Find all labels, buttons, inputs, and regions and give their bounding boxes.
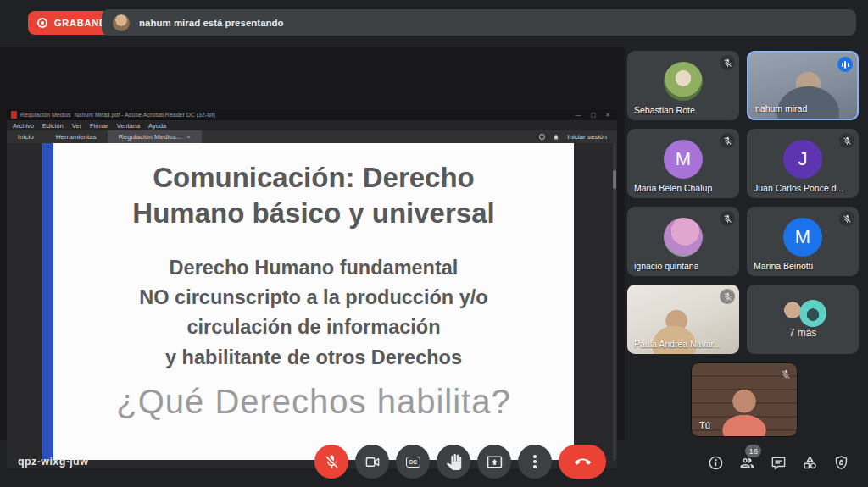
participant-grid: Sebastian Rote nahum mirad M Maria Belén… — [627, 51, 859, 354]
avatar: M — [664, 140, 703, 179]
slide-body-line: circulación de información — [53, 313, 574, 342]
menu-edicion[interactable]: Edición — [42, 122, 64, 130]
slide-body-line: NO circunscripto a la producción y/o — [53, 283, 574, 313]
overflow-count-label: 7 más — [747, 327, 859, 339]
slide-body-line: Derecho Humano fundamental — [53, 253, 574, 283]
tab-document-label: Regulación Medios... — [119, 133, 182, 141]
participant-tile-maria[interactable]: M Maria Belén Chalup — [627, 129, 739, 198]
participant-name: Sebastian Rote — [634, 105, 695, 115]
presenter-avatar — [113, 14, 130, 31]
menu-ayuda[interactable]: Ayuda — [148, 122, 166, 130]
present-icon — [487, 454, 503, 470]
participant-tile-overflow[interactable]: 7 más — [747, 285, 859, 354]
mic-off-icon — [781, 368, 793, 379]
tab-close-icon[interactable]: × — [186, 134, 190, 140]
tab-inicio[interactable]: Inicio — [7, 130, 45, 143]
participant-name: nahum mirad — [755, 103, 807, 113]
menu-firmar[interactable]: Firmar — [90, 122, 108, 130]
pdf-scrollbar[interactable] — [613, 143, 616, 460]
call-controls: CC — [314, 445, 606, 479]
end-call-icon — [575, 454, 591, 470]
close-icon[interactable]: ✕ — [605, 112, 610, 119]
minimize-icon[interactable]: — — [576, 112, 581, 119]
participant-name: Marina Beinotti — [754, 261, 813, 271]
slide-body-line: y habilitante de otros Derechos — [53, 343, 574, 373]
shield-icon — [833, 455, 849, 471]
avatar — [799, 300, 826, 327]
mic-off-icon — [720, 211, 735, 226]
hand-icon — [446, 454, 462, 470]
mic-mute-button[interactable] — [314, 445, 348, 479]
pdf-content: Comunicación: Derecho Humano básico y un… — [7, 143, 617, 468]
pdf-window: Regulación Medios_Nahum Mirad.pdf - Adob… — [7, 109, 617, 468]
avatar — [664, 218, 703, 257]
participant-tile-juan[interactable]: J Juan Carlos Ponce d... — [747, 129, 859, 198]
slide-body: Derecho Humano fundamental NO circunscri… — [53, 253, 574, 373]
slide-title: Comunicación: Derecho Humano básico y un… — [103, 160, 525, 231]
avatar: J — [783, 140, 822, 179]
maximize-icon[interactable]: ▢ — [591, 112, 597, 119]
menu-ventana[interactable]: Ventana — [117, 122, 141, 130]
overflow-avatars — [779, 300, 826, 327]
self-view-tile[interactable]: Tú — [691, 362, 798, 437]
sign-in-button[interactable]: Iniciar sesión — [567, 133, 607, 141]
end-call-button[interactable] — [559, 445, 606, 479]
mic-off-icon — [720, 289, 735, 304]
camera-icon — [364, 454, 381, 470]
participant-name: Juan Carlos Ponce d... — [754, 183, 843, 193]
avatar — [664, 62, 703, 101]
host-controls-button[interactable] — [832, 454, 849, 471]
shared-screen-stage: Regulación Medios_Nahum Mirad.pdf - Adob… — [0, 47, 625, 440]
tab-document[interactable]: Regulación Medios... × — [108, 130, 202, 143]
utility-icons: 16 — [707, 454, 849, 471]
pdf-window-title: Regulación Medios_Nahum Mirad.pdf - Adob… — [20, 112, 572, 118]
camera-button[interactable] — [355, 445, 389, 479]
avatar: M — [783, 218, 822, 257]
participant-tile-marina[interactable]: M Marina Beinotti — [747, 207, 859, 276]
participant-tile-nahum[interactable]: nahum mirad — [747, 51, 859, 120]
pdf-tabbar: Inicio Herramientas Regulación Medios...… — [7, 130, 617, 143]
present-button[interactable] — [477, 445, 511, 479]
participant-count-badge: 16 — [745, 445, 761, 457]
pdf-titlebar: Regulación Medios_Nahum Mirad.pdf - Adob… — [7, 109, 617, 120]
pdf-menubar: Archivo Edición Ver Firmar Ventana Ayuda — [7, 120, 617, 130]
mic-off-icon — [839, 211, 854, 226]
participant-tile-sebastian[interactable]: Sebastian Rote — [627, 51, 739, 120]
presenting-banner: nahum mirad está presentando — [102, 9, 856, 36]
presenting-text: nahum mirad está presentando — [139, 18, 284, 28]
slide-accent-stripe — [42, 143, 53, 460]
record-icon — [37, 18, 47, 28]
info-button[interactable] — [707, 454, 724, 471]
mic-off-icon — [720, 55, 735, 70]
participant-name: Maria Belén Chalup — [634, 183, 712, 193]
menu-ver[interactable]: Ver — [72, 122, 81, 130]
participant-name: Paula Andrea Navar... — [634, 339, 721, 349]
captions-button[interactable]: CC — [396, 445, 430, 479]
chat-button[interactable] — [770, 454, 787, 471]
menu-archivo[interactable]: Archivo — [13, 122, 34, 130]
more-icon — [533, 455, 537, 468]
pdf-scroll-thumb[interactable] — [613, 170, 616, 189]
chat-icon — [771, 455, 787, 471]
raise-hand-button[interactable] — [437, 445, 470, 479]
slide-question: ¿Qué Derechos habilita? — [53, 383, 574, 421]
participant-name: ignacio quintana — [634, 261, 698, 271]
presentation-slide: Comunicación: Derecho Humano básico y un… — [53, 143, 574, 460]
self-view-label: Tú — [699, 420, 710, 430]
pdf-file-icon — [11, 111, 17, 119]
mic-off-icon — [839, 133, 854, 148]
tab-herramientas[interactable]: Herramientas — [45, 130, 108, 143]
participants-button[interactable]: 16 — [738, 454, 755, 471]
mic-off-icon — [720, 133, 735, 148]
more-options-button[interactable] — [518, 445, 552, 479]
audio-speaking-icon — [837, 57, 853, 72]
participant-tile-paula[interactable]: Paula Andrea Navar... — [627, 285, 739, 354]
info-icon — [708, 455, 724, 471]
cc-icon: CC — [406, 457, 420, 468]
clock-icon[interactable] — [539, 134, 545, 140]
participant-tile-ignacio[interactable]: ignacio quintana — [627, 207, 739, 276]
bell-icon[interactable] — [553, 134, 559, 141]
meeting-code: qpz-wixg-juw — [18, 456, 88, 468]
activities-button[interactable] — [801, 454, 818, 471]
activities-icon — [802, 455, 818, 471]
